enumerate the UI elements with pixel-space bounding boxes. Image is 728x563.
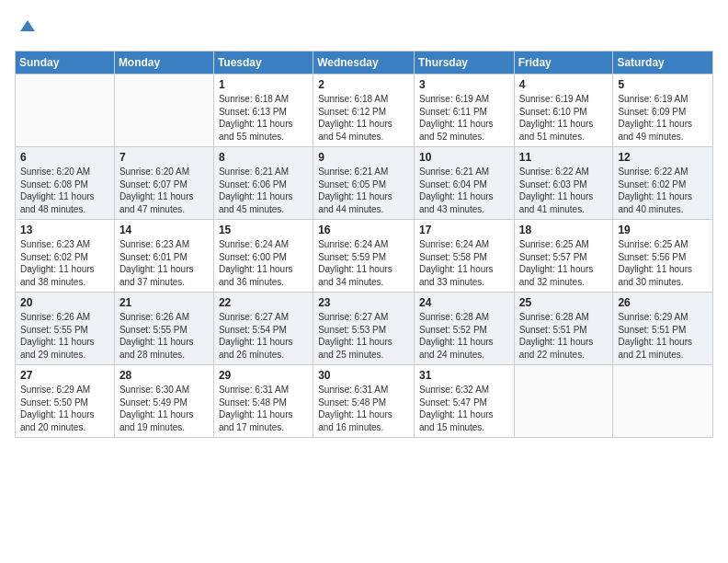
calendar-cell: 15Sunrise: 6:24 AM Sunset: 6:00 PM Dayli…: [213, 220, 313, 293]
day-info: Sunrise: 6:18 AM Sunset: 6:12 PM Dayligh…: [318, 93, 409, 143]
calendar-cell: 21Sunrise: 6:26 AM Sunset: 5:55 PM Dayli…: [114, 293, 213, 365]
calendar-cell: 7Sunrise: 6:20 AM Sunset: 6:07 PM Daylig…: [114, 147, 213, 220]
day-number: 10: [419, 151, 509, 164]
calendar-cell: 29Sunrise: 6:31 AM Sunset: 5:48 PM Dayli…: [213, 365, 313, 438]
calendar-cell: 26Sunrise: 6:29 AM Sunset: 5:51 PM Dayli…: [613, 293, 713, 365]
day-number: 21: [119, 296, 209, 309]
day-number: 14: [119, 224, 209, 236]
calendar-cell: [114, 75, 213, 147]
day-info: Sunrise: 6:25 AM Sunset: 5:56 PM Dayligh…: [618, 238, 708, 288]
day-of-week-header: Friday: [514, 52, 613, 75]
svg-marker-0: [20, 20, 35, 31]
day-number: 26: [618, 296, 708, 309]
calendar-cell: 5Sunrise: 6:19 AM Sunset: 6:09 PM Daylig…: [613, 75, 713, 147]
calendar-cell: 20Sunrise: 6:26 AM Sunset: 5:55 PM Dayli…: [16, 293, 115, 365]
calendar-cell: 27Sunrise: 6:29 AM Sunset: 5:50 PM Dayli…: [16, 365, 115, 438]
day-info: Sunrise: 6:27 AM Sunset: 5:54 PM Dayligh…: [219, 311, 308, 361]
day-info: Sunrise: 6:29 AM Sunset: 5:51 PM Dayligh…: [618, 311, 708, 361]
calendar-cell: 17Sunrise: 6:24 AM Sunset: 5:58 PM Dayli…: [414, 220, 514, 293]
day-number: 5: [618, 78, 708, 91]
day-number: 9: [318, 151, 409, 164]
calendar-week-row: 1Sunrise: 6:18 AM Sunset: 6:13 PM Daylig…: [16, 75, 713, 147]
day-info: Sunrise: 6:19 AM Sunset: 6:09 PM Dayligh…: [618, 93, 708, 143]
day-info: Sunrise: 6:32 AM Sunset: 5:47 PM Dayligh…: [419, 384, 509, 433]
day-number: 13: [20, 224, 109, 236]
day-info: Sunrise: 6:21 AM Sunset: 6:05 PM Dayligh…: [318, 166, 409, 215]
day-info: Sunrise: 6:22 AM Sunset: 6:02 PM Dayligh…: [618, 166, 708, 215]
day-info: Sunrise: 6:25 AM Sunset: 5:57 PM Dayligh…: [519, 238, 609, 288]
day-of-week-header: Saturday: [613, 52, 713, 75]
day-number: 19: [618, 224, 708, 236]
day-info: Sunrise: 6:31 AM Sunset: 5:48 PM Dayligh…: [318, 384, 409, 433]
day-number: 23: [318, 296, 409, 309]
day-info: Sunrise: 6:20 AM Sunset: 6:08 PM Dayligh…: [20, 166, 109, 215]
day-number: 29: [219, 369, 308, 382]
calendar-cell: 16Sunrise: 6:24 AM Sunset: 5:59 PM Dayli…: [313, 220, 415, 293]
day-info: Sunrise: 6:24 AM Sunset: 6:00 PM Dayligh…: [219, 238, 308, 288]
day-number: 31: [419, 369, 509, 382]
day-number: 28: [119, 369, 209, 382]
calendar-cell: 24Sunrise: 6:28 AM Sunset: 5:52 PM Dayli…: [414, 293, 514, 365]
calendar-cell: 3Sunrise: 6:19 AM Sunset: 6:11 PM Daylig…: [414, 75, 514, 147]
calendar-cell: 31Sunrise: 6:32 AM Sunset: 5:47 PM Dayli…: [414, 365, 514, 438]
day-info: Sunrise: 6:28 AM Sunset: 5:51 PM Dayligh…: [519, 311, 609, 361]
calendar-cell: 4Sunrise: 6:19 AM Sunset: 6:10 PM Daylig…: [514, 75, 613, 147]
day-info: Sunrise: 6:23 AM Sunset: 6:02 PM Dayligh…: [20, 238, 109, 288]
day-info: Sunrise: 6:20 AM Sunset: 6:07 PM Dayligh…: [119, 166, 209, 215]
calendar-week-row: 27Sunrise: 6:29 AM Sunset: 5:50 PM Dayli…: [16, 365, 713, 438]
day-info: Sunrise: 6:31 AM Sunset: 5:48 PM Dayligh…: [219, 384, 308, 433]
day-of-week-header: Tuesday: [213, 52, 313, 75]
day-number: 8: [219, 151, 308, 164]
calendar-cell: [613, 365, 713, 438]
day-number: 17: [419, 224, 509, 236]
calendar-cell: 10Sunrise: 6:21 AM Sunset: 6:04 PM Dayli…: [414, 147, 514, 220]
day-number: 30: [318, 369, 409, 382]
day-info: Sunrise: 6:26 AM Sunset: 5:55 PM Dayligh…: [119, 311, 209, 361]
day-info: Sunrise: 6:19 AM Sunset: 6:11 PM Dayligh…: [419, 93, 509, 143]
day-number: 6: [20, 151, 109, 164]
calendar-cell: 13Sunrise: 6:23 AM Sunset: 6:02 PM Dayli…: [16, 220, 115, 293]
day-info: Sunrise: 6:21 AM Sunset: 6:06 PM Dayligh…: [219, 166, 308, 215]
day-info: Sunrise: 6:24 AM Sunset: 5:59 PM Dayligh…: [318, 238, 409, 288]
logo: [15, 15, 39, 41]
day-info: Sunrise: 6:21 AM Sunset: 6:04 PM Dayligh…: [419, 166, 509, 215]
calendar-cell: 28Sunrise: 6:30 AM Sunset: 5:49 PM Dayli…: [114, 365, 213, 438]
day-number: 7: [119, 151, 209, 164]
day-number: 2: [318, 78, 409, 91]
calendar-cell: 11Sunrise: 6:22 AM Sunset: 6:03 PM Dayli…: [514, 147, 613, 220]
calendar-cell: 6Sunrise: 6:20 AM Sunset: 6:08 PM Daylig…: [16, 147, 115, 220]
calendar-week-row: 13Sunrise: 6:23 AM Sunset: 6:02 PM Dayli…: [16, 220, 713, 293]
calendar-cell: 19Sunrise: 6:25 AM Sunset: 5:56 PM Dayli…: [613, 220, 713, 293]
day-info: Sunrise: 6:22 AM Sunset: 6:03 PM Dayligh…: [519, 166, 609, 215]
day-number: 4: [519, 78, 609, 91]
day-info: Sunrise: 6:18 AM Sunset: 6:13 PM Dayligh…: [219, 93, 308, 143]
calendar-cell: 8Sunrise: 6:21 AM Sunset: 6:06 PM Daylig…: [213, 147, 313, 220]
calendar-cell: 23Sunrise: 6:27 AM Sunset: 5:53 PM Dayli…: [313, 293, 415, 365]
day-of-week-header: Sunday: [16, 52, 115, 75]
day-info: Sunrise: 6:28 AM Sunset: 5:52 PM Dayligh…: [419, 311, 509, 361]
calendar-cell: 25Sunrise: 6:28 AM Sunset: 5:51 PM Dayli…: [514, 293, 613, 365]
day-info: Sunrise: 6:29 AM Sunset: 5:50 PM Dayligh…: [20, 384, 109, 433]
calendar-cell: 14Sunrise: 6:23 AM Sunset: 6:01 PM Dayli…: [114, 220, 213, 293]
day-info: Sunrise: 6:27 AM Sunset: 5:53 PM Dayligh…: [318, 311, 409, 361]
calendar-week-row: 6Sunrise: 6:20 AM Sunset: 6:08 PM Daylig…: [16, 147, 713, 220]
day-number: 11: [519, 151, 609, 164]
calendar-cell: 2Sunrise: 6:18 AM Sunset: 6:12 PM Daylig…: [313, 75, 415, 147]
calendar-cell: 22Sunrise: 6:27 AM Sunset: 5:54 PM Dayli…: [213, 293, 313, 365]
day-number: 16: [318, 224, 409, 236]
day-number: 12: [618, 151, 708, 164]
day-number: 18: [519, 224, 609, 236]
day-info: Sunrise: 6:26 AM Sunset: 5:55 PM Dayligh…: [20, 311, 109, 361]
day-of-week-header: Wednesday: [313, 52, 415, 75]
day-number: 24: [419, 296, 509, 309]
day-number: 15: [219, 224, 308, 236]
calendar-cell: 1Sunrise: 6:18 AM Sunset: 6:13 PM Daylig…: [213, 75, 313, 147]
calendar-cell: 18Sunrise: 6:25 AM Sunset: 5:57 PM Dayli…: [514, 220, 613, 293]
day-number: 1: [219, 78, 308, 91]
day-number: 3: [419, 78, 509, 91]
day-of-week-header: Monday: [114, 52, 213, 75]
page-header: [15, 15, 713, 41]
calendar-cell: 9Sunrise: 6:21 AM Sunset: 6:05 PM Daylig…: [313, 147, 415, 220]
day-of-week-header: Thursday: [414, 52, 514, 75]
calendar-week-row: 20Sunrise: 6:26 AM Sunset: 5:55 PM Dayli…: [16, 293, 713, 365]
